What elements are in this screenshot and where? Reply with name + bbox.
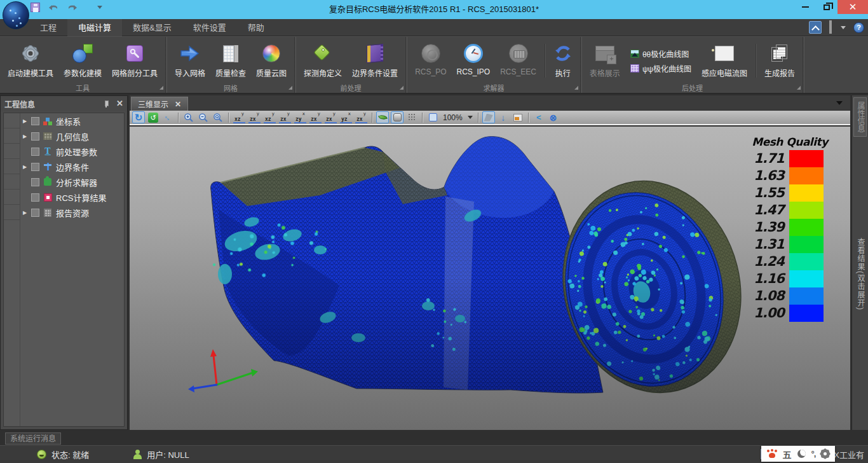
view-yz-button[interactable]: xyz	[340, 112, 352, 123]
view-zx2-button[interactable]: yzx	[279, 112, 291, 123]
dots-grid-icon	[408, 113, 416, 121]
expand-icon[interactable]: ▶	[22, 210, 28, 216]
export-view-button[interactable]	[512, 111, 524, 123]
ime-punct-button[interactable]: °,	[811, 449, 816, 459]
checkbox[interactable]	[31, 117, 39, 125]
expand-icon[interactable]: ▶	[22, 118, 28, 124]
tree-item-analysis-solver[interactable]: 分析求解器	[20, 174, 124, 190]
view-iso-button[interactable]: yzx	[355, 112, 367, 123]
rotate-button[interactable]: ↻	[132, 111, 145, 123]
minimize-button[interactable]	[794, 0, 816, 14]
grid-page-icon	[223, 39, 238, 67]
tab-list-dropdown-icon[interactable]	[836, 101, 843, 105]
property-info-tab[interactable]: 属性信息	[853, 97, 867, 137]
ribbon-separator	[803, 37, 804, 93]
tab-help[interactable]: 帮助	[237, 19, 275, 36]
restore-button[interactable]	[816, 0, 837, 14]
close-button[interactable]: ✕	[837, 0, 868, 14]
rotate-icon: ↻	[135, 113, 143, 122]
view-results-tab[interactable]: 查看结果(双击展开)	[855, 238, 866, 327]
rcs-eec-button[interactable]: RCS_EEC	[495, 39, 541, 83]
checkbox[interactable]	[31, 209, 39, 217]
view-zx-button[interactable]: yzx	[248, 112, 261, 123]
ime-paw-icon[interactable]	[767, 450, 777, 459]
zoom-dropdown-icon[interactable]	[468, 116, 473, 119]
induced-current-map-button[interactable]: 感应电磁流图	[696, 39, 752, 83]
checkbox[interactable]	[31, 148, 39, 156]
checkbox[interactable]	[31, 178, 39, 186]
launch-modeling-tool-button[interactable]: 启动建模工具	[3, 39, 58, 83]
pan-button[interactable]: ↔	[161, 111, 174, 123]
drop-view-button[interactable]: ↓	[497, 111, 510, 123]
solid-mode-button[interactable]	[391, 111, 403, 123]
points-mode-button[interactable]	[405, 111, 418, 123]
3d-viewport[interactable]: Mesh Quality 1.71 1.63 1.55 1.47 1.39 1.…	[130, 127, 850, 430]
app-logo-icon[interactable]	[3, 1, 29, 29]
rcs-ipo-button[interactable]: RCS_IPO	[451, 39, 495, 83]
tree-gutter	[4, 113, 20, 426]
tree-item-rcs-results[interactable]: RCS计算结果	[20, 190, 124, 205]
table-display-button[interactable]: 表格展示	[585, 39, 625, 83]
zoom-out-button[interactable]	[197, 111, 210, 123]
psi-polarization-curve-button[interactable]: ψψ极化曲线图	[630, 63, 691, 74]
puzzle-icon	[43, 177, 53, 187]
tab-data-display[interactable]: 数据&显示	[122, 19, 182, 36]
window-controls: ✕	[794, 0, 868, 14]
close-icon[interactable]: ✕	[116, 100, 123, 107]
expand-icon[interactable]: ▶	[22, 164, 28, 170]
view-xz-button[interactable]: yxz	[233, 112, 245, 123]
help-icon[interactable]: ?	[853, 22, 864, 33]
collapse-ribbon-button[interactable]	[809, 21, 822, 34]
quality-cloud-button[interactable]: 质量云图	[251, 39, 292, 83]
display-style-button[interactable]	[829, 22, 846, 33]
view-zx4-button[interactable]: yzx	[325, 112, 337, 123]
view-zx3-button[interactable]: yzx	[309, 112, 322, 123]
tab-3d-display[interactable]: 三维显示 ✕	[131, 97, 188, 111]
ime-mode-button[interactable]: 五	[783, 448, 792, 460]
tree-item-boundary-conditions[interactable]: ▶ 边界条件	[20, 159, 124, 174]
zoom-square-icon	[429, 113, 437, 121]
detection-angle-button[interactable]: 探测角定义	[299, 39, 347, 83]
checkbox[interactable]	[31, 132, 39, 141]
parametric-modeling-button[interactable]: 参数化建模	[58, 39, 107, 83]
system-messages-tab[interactable]: 系统运行消息	[5, 432, 61, 445]
legend-row: 1.00	[751, 305, 829, 322]
gear-icon	[19, 39, 42, 67]
tab-project[interactable]: 工程	[29, 19, 67, 36]
theta-polarization-curve-button[interactable]: θθ极化曲线图	[630, 48, 691, 59]
moon-icon[interactable]	[797, 450, 806, 458]
pin-icon[interactable]	[102, 100, 110, 107]
zoom-preset-button[interactable]	[426, 111, 439, 123]
shaded-mode-button[interactable]	[376, 111, 389, 123]
mesh-partition-tool-button[interactable]: 网格剖分工具	[107, 39, 163, 83]
rcs-po-button[interactable]: RCS_PO	[410, 39, 451, 83]
ribbon-group-label: 网格	[167, 83, 294, 93]
ime-toolbar[interactable]: 五 °,	[761, 446, 835, 462]
checkbox[interactable]	[31, 163, 39, 171]
zoom-fit-button[interactable]	[212, 111, 224, 123]
refresh-view-button[interactable]: ↺	[147, 111, 159, 123]
tree-item-coordinate-system[interactable]: ▶ 坐标系	[20, 113, 124, 128]
ime-settings-gear-icon[interactable]	[821, 450, 829, 458]
tab-em-compute[interactable]: 电磁计算	[67, 19, 122, 36]
tab-software-settings[interactable]: 软件设置	[182, 19, 237, 36]
zoom-in-button[interactable]	[182, 111, 195, 123]
view-zy-button[interactable]: xzy	[294, 112, 306, 123]
boundary-condition-settings-button[interactable]: 边界条件设置	[347, 39, 403, 83]
generate-report-button[interactable]: 生成报告	[759, 39, 800, 83]
clip-plane-button[interactable]	[482, 111, 495, 123]
expand-icon[interactable]: ▶	[22, 134, 28, 139]
quality-check-button[interactable]: 质量检查	[210, 39, 251, 83]
cancel-button[interactable]: ⊗	[547, 111, 560, 123]
checkbox[interactable]	[31, 193, 39, 202]
import-mesh-button[interactable]: 导入网格	[170, 39, 210, 83]
share-button[interactable]: <	[532, 111, 545, 123]
tree-item-geometry-info[interactable]: ▶ 几何信息	[20, 128, 124, 144]
ribbon-group-preprocess: 探测角定义 边界条件设置 前处理	[296, 37, 405, 93]
close-icon[interactable]: ✕	[175, 100, 181, 109]
execute-button[interactable]: 执行	[548, 39, 578, 83]
ribbon-group-solver: RCS_PO RCS_IPO RCS_EEC 执行 求解器	[407, 37, 580, 93]
tree-item-report-resources[interactable]: ▶ 报告资源	[20, 205, 124, 220]
view-xz2-button[interactable]: yxz	[264, 112, 276, 123]
tree-item-preprocess-params[interactable]: T 前处理参数	[20, 144, 124, 159]
